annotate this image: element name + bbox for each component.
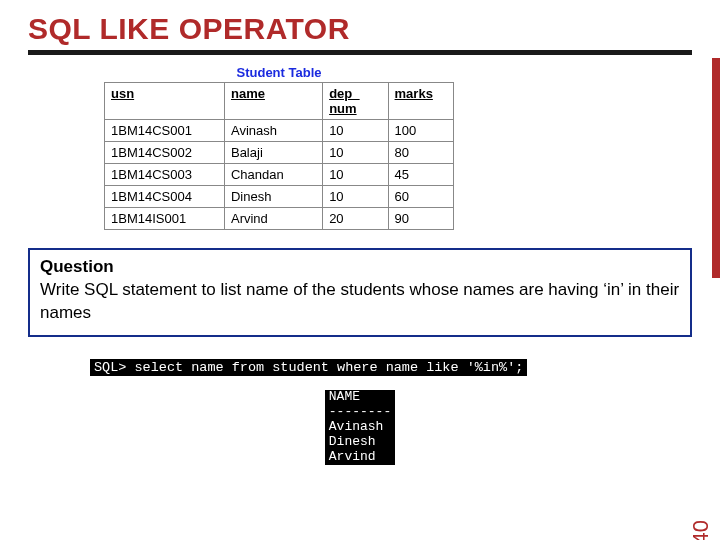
cell-marks: 80 — [388, 142, 453, 164]
sql-query: SQL> select name from student where name… — [90, 359, 527, 376]
table-row: 1BM14CS003 Chandan 10 45 — [105, 164, 454, 186]
cell-dep: 10 — [323, 120, 388, 142]
page-title: SQL LIKE OPERATOR — [28, 12, 692, 46]
table-row: 1BM14CS004 Dinesh 10 60 — [105, 186, 454, 208]
student-table: usn name dep_ num marks 1BM14CS001 Avina… — [104, 82, 454, 230]
result-row: Arvind — [325, 450, 395, 465]
cell-usn: 1BM14CS002 — [105, 142, 225, 164]
result-divider: -------- — [325, 405, 395, 420]
title-underline — [28, 50, 692, 55]
cell-marks: 45 — [388, 164, 453, 186]
question-text: Write SQL statement to list name of the … — [40, 280, 679, 322]
col-usn: usn — [105, 83, 225, 120]
table-row: 1BM14CS002 Balaji 10 80 — [105, 142, 454, 164]
cell-dep: 10 — [323, 164, 388, 186]
cell-usn: 1BM14CS003 — [105, 164, 225, 186]
sql-result-block: NAME -------- Avinash Dinesh Arvind — [325, 390, 395, 465]
page-number: 40 — [688, 520, 714, 540]
result-header: NAME — [325, 390, 395, 405]
cell-dep: 10 — [323, 186, 388, 208]
cell-marks: 100 — [388, 120, 453, 142]
table-row: 1BM14IS001 Arvind 20 90 — [105, 208, 454, 230]
table-header-row: usn name dep_ num marks — [105, 83, 454, 120]
question-label: Question — [40, 257, 114, 276]
accent-bar — [712, 58, 720, 278]
cell-name: Dinesh — [224, 186, 322, 208]
cell-name: Chandan — [224, 164, 322, 186]
cell-usn: 1BM14CS001 — [105, 120, 225, 142]
cell-usn: 1BM14IS001 — [105, 208, 225, 230]
table-caption: Student Table — [104, 65, 454, 80]
cell-marks: 90 — [388, 208, 453, 230]
student-table-wrap: Student Table usn name dep_ num marks 1B… — [104, 65, 454, 230]
cell-usn: 1BM14CS004 — [105, 186, 225, 208]
col-dep: dep_ num — [323, 83, 388, 120]
result-row: Dinesh — [325, 435, 395, 450]
col-marks: marks — [388, 83, 453, 120]
cell-dep: 20 — [323, 208, 388, 230]
question-box: Question Write SQL statement to list nam… — [28, 248, 692, 337]
cell-name: Avinash — [224, 120, 322, 142]
result-row: Avinash — [325, 420, 395, 435]
slide: SQL LIKE OPERATOR Student Table usn name… — [0, 0, 720, 540]
cell-name: Balaji — [224, 142, 322, 164]
col-name: name — [224, 83, 322, 120]
table-row: 1BM14CS001 Avinash 10 100 — [105, 120, 454, 142]
cell-dep: 10 — [323, 142, 388, 164]
cell-marks: 60 — [388, 186, 453, 208]
cell-name: Arvind — [224, 208, 322, 230]
sql-query-block: SQL> select name from student where name… — [90, 357, 630, 376]
